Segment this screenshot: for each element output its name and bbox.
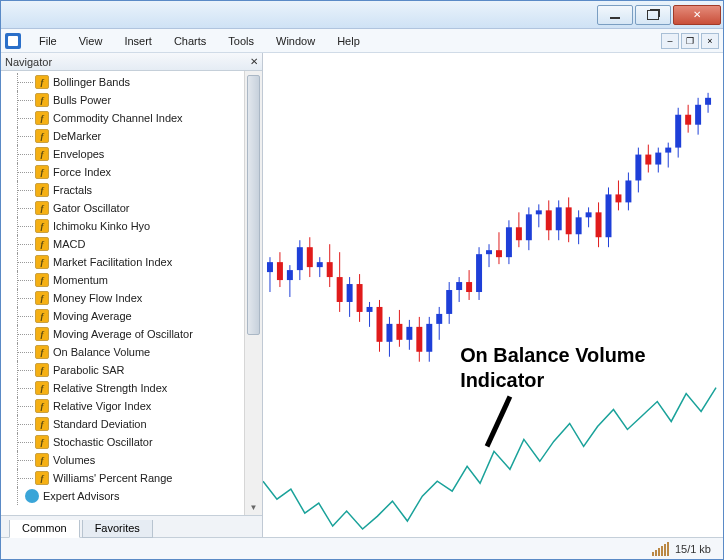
tree-item-indicator[interactable]: fBulls Power	[7, 91, 244, 109]
menu-tools[interactable]: Tools	[218, 32, 264, 50]
tree-item-label: Standard Deviation	[53, 418, 147, 430]
svg-rect-73	[625, 180, 631, 202]
tree-item-label: Commodity Channel Index	[53, 112, 183, 124]
tree-item-label: MACD	[53, 238, 85, 250]
function-icon: f	[35, 309, 49, 323]
tree-item-indicator[interactable]: fStandard Deviation	[7, 415, 244, 433]
svg-rect-39	[456, 282, 462, 290]
tree-item-indicator[interactable]: fMarket Facilitation Index	[7, 253, 244, 271]
function-icon: f	[35, 219, 49, 233]
tree-item-indicator[interactable]: fMomentum	[7, 271, 244, 289]
tree-item-expert-advisors[interactable]: Expert Advisors	[7, 487, 244, 505]
navigator-scrollbar[interactable]: ▲ ▼	[244, 71, 262, 515]
tree-item-label: Bollinger Bands	[53, 76, 130, 88]
mdi-restore-button[interactable]: ❐	[681, 33, 699, 49]
candlestick-series	[267, 93, 711, 362]
function-icon: f	[35, 75, 49, 89]
svg-rect-43	[476, 254, 482, 292]
status-transfer: 15/1 kb	[675, 543, 715, 555]
svg-rect-7	[297, 247, 303, 270]
tree-item-indicator[interactable]: fMACD	[7, 235, 244, 253]
menu-insert[interactable]: Insert	[114, 32, 162, 50]
svg-rect-59	[556, 207, 562, 230]
tab-favorites[interactable]: Favorites	[82, 520, 153, 538]
svg-rect-25	[386, 324, 392, 342]
svg-rect-57	[546, 210, 552, 230]
tree-item-indicator[interactable]: fGator Oscillator	[7, 199, 244, 217]
tree-item-indicator[interactable]: fStochastic Oscillator	[7, 433, 244, 451]
tree-item-label: Expert Advisors	[43, 490, 119, 502]
svg-rect-3	[277, 262, 283, 280]
tree-item-indicator[interactable]: fFractals	[7, 181, 244, 199]
window-minimize-button[interactable]	[597, 5, 633, 25]
function-icon: f	[35, 111, 49, 125]
chart-area[interactable]: On Balance Volume Indicator	[263, 53, 723, 537]
tree-item-indicator[interactable]: fRelative Strength Index	[7, 379, 244, 397]
navigator-panel: Navigator ✕ fBollinger BandsfBulls Power…	[1, 53, 263, 537]
tree-item-label: Force Index	[53, 166, 111, 178]
tree-item-indicator[interactable]: fEnvelopes	[7, 145, 244, 163]
app-window: File View Insert Charts Tools Window Hel…	[0, 0, 724, 560]
scroll-down-icon[interactable]: ▼	[245, 499, 262, 515]
svg-rect-5	[287, 270, 293, 280]
function-icon: f	[35, 345, 49, 359]
menu-charts[interactable]: Charts	[164, 32, 216, 50]
function-icon: f	[35, 273, 49, 287]
expert-advisors-icon	[25, 489, 39, 503]
svg-rect-13	[327, 262, 333, 277]
svg-rect-23	[377, 307, 383, 342]
tree-item-indicator[interactable]: fRelative Vigor Index	[7, 397, 244, 415]
tree-item-indicator[interactable]: fDeMarker	[7, 127, 244, 145]
svg-rect-89	[705, 98, 711, 105]
window-close-button[interactable]	[673, 5, 721, 25]
window-restore-button[interactable]	[635, 5, 671, 25]
annotation-line1: On Balance Volume	[460, 344, 645, 366]
svg-rect-81	[665, 148, 671, 153]
tree-item-label: Relative Vigor Index	[53, 400, 151, 412]
navigator-close-icon[interactable]: ✕	[250, 56, 258, 67]
tree-item-indicator[interactable]: fWilliams' Percent Range	[7, 469, 244, 487]
svg-rect-9	[307, 247, 313, 267]
svg-rect-35	[436, 314, 442, 324]
tree-item-indicator[interactable]: fMoney Flow Index	[7, 289, 244, 307]
svg-rect-37	[446, 290, 452, 314]
tree-item-indicator[interactable]: fParabolic SAR	[7, 361, 244, 379]
tree-item-label: Williams' Percent Range	[53, 472, 172, 484]
scroll-thumb[interactable]	[247, 75, 260, 335]
tree-item-indicator[interactable]: fCommodity Channel Index	[7, 109, 244, 127]
mdi-close-button[interactable]: ×	[701, 33, 719, 49]
tree-item-indicator[interactable]: fMoving Average	[7, 307, 244, 325]
menu-window[interactable]: Window	[266, 32, 325, 50]
tree-item-indicator[interactable]: fMoving Average of Oscillator	[7, 325, 244, 343]
svg-rect-31	[416, 327, 422, 352]
svg-rect-53	[526, 214, 532, 240]
function-icon: f	[35, 291, 49, 305]
tree-item-indicator[interactable]: fForce Index	[7, 163, 244, 181]
tab-common[interactable]: Common	[9, 520, 80, 538]
tree-item-indicator[interactable]: fVolumes	[7, 451, 244, 469]
navigator-tree[interactable]: fBollinger BandsfBulls PowerfCommodity C…	[1, 71, 244, 515]
function-icon: f	[35, 129, 49, 143]
svg-rect-47	[496, 250, 502, 257]
tree-item-indicator[interactable]: fOn Balance Volume	[7, 343, 244, 361]
mdi-minimize-button[interactable]: –	[661, 33, 679, 49]
tree-item-label: Relative Strength Index	[53, 382, 167, 394]
menu-file[interactable]: File	[29, 32, 67, 50]
menu-help[interactable]: Help	[327, 32, 370, 50]
navigator-header: Navigator ✕	[1, 53, 262, 71]
function-icon: f	[35, 327, 49, 341]
tree-item-label: Stochastic Oscillator	[53, 436, 153, 448]
function-icon: f	[35, 399, 49, 413]
menu-view[interactable]: View	[69, 32, 113, 50]
tree-item-label: Momentum	[53, 274, 108, 286]
function-icon: f	[35, 183, 49, 197]
tree-item-indicator[interactable]: fBollinger Bands	[7, 73, 244, 91]
function-icon: f	[35, 147, 49, 161]
svg-rect-83	[675, 115, 681, 148]
tree-item-label: Gator Oscillator	[53, 202, 129, 214]
svg-rect-51	[516, 227, 522, 240]
svg-rect-41	[466, 282, 472, 292]
statusbar: 15/1 kb	[1, 537, 723, 559]
tree-item-indicator[interactable]: fIchimoku Kinko Hyo	[7, 217, 244, 235]
function-icon: f	[35, 165, 49, 179]
